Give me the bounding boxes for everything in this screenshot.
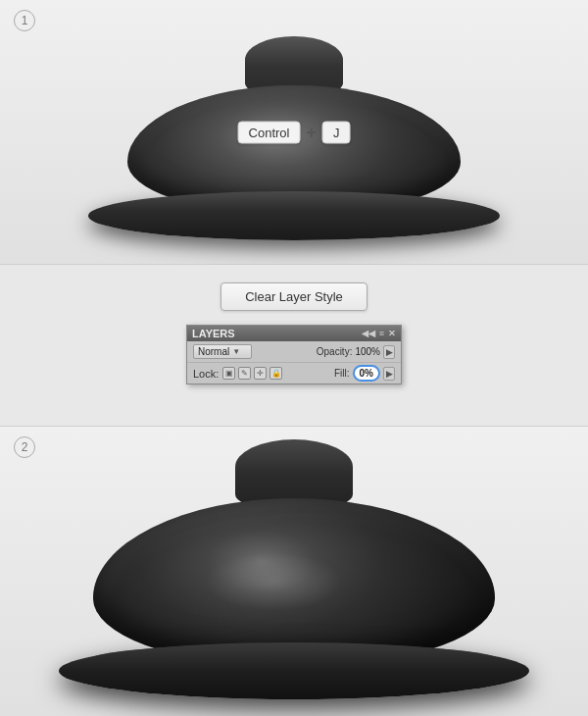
section-middle: Clear Layer Style LAYERS ◀◀ ≡ ✕ Normal ▼… [0,265,588,427]
dome1-base-outer [88,191,500,240]
fill-label: Fill: [334,368,350,379]
section-step2: 2 [0,427,588,716]
fill-arrow-btn[interactable]: ▶ [383,367,395,381]
dome2-main [93,498,495,665]
lock-paint-icon[interactable]: ✎ [238,367,251,380]
layers-panel: LAYERS ◀◀ ≡ ✕ Normal ▼ Opacity: 100% ▶ L… [186,325,402,384]
layers-titlebar-icons: ◀◀ ≡ ✕ [362,329,396,338]
opacity-arrow-btn[interactable]: ▶ [383,345,395,359]
close-panel-icon[interactable]: ✕ [388,329,396,338]
opacity-label: Opacity: [317,346,353,357]
keyboard-shortcut: Control + J [238,121,351,143]
opacity-section: Opacity: 100% ▶ [317,345,395,359]
lock-transparent-icon[interactable]: ▣ [222,367,235,380]
opacity-value: 100% [355,346,380,357]
lock-all-icon[interactable]: 🔒 [270,367,282,380]
key-j: J [322,121,351,143]
blend-mode-dropdown[interactable]: Normal ▼ [193,344,252,359]
fill-section: Fill: 0% ▶ [334,365,395,382]
layers-titlebar: LAYERS ◀◀ ≡ ✕ [187,326,401,341]
blend-mode-value: Normal [198,346,229,357]
lock-label: Lock: [193,368,219,380]
dropdown-arrow-icon: ▼ [232,347,240,356]
clear-layer-style-button[interactable]: Clear Layer Style [220,282,368,311]
key-control: Control [238,121,301,143]
lock-icon-group: ▣ ✎ ✛ 🔒 [222,367,282,380]
blend-opacity-row: Normal ▼ Opacity: 100% ▶ [187,341,401,363]
dome-container-1: Control + J [78,25,510,240]
collapse-icon[interactable]: ◀◀ [362,329,375,338]
dome2-base-outer [59,642,529,699]
fill-value[interactable]: 0% [353,365,380,382]
layers-panel-title: LAYERS [192,328,235,339]
step1-number: 1 [14,10,35,31]
section-step1: 1 Control + J [0,0,588,265]
lock-fill-row: Lock: ▣ ✎ ✛ 🔒 Fill: 0% ▶ [187,363,401,384]
dome-container-2 [54,444,534,699]
key-plus-icon: + [306,122,317,142]
menu-icon[interactable]: ≡ [379,329,384,338]
step2-number: 2 [14,436,35,458]
lock-move-icon[interactable]: ✛ [254,367,267,380]
